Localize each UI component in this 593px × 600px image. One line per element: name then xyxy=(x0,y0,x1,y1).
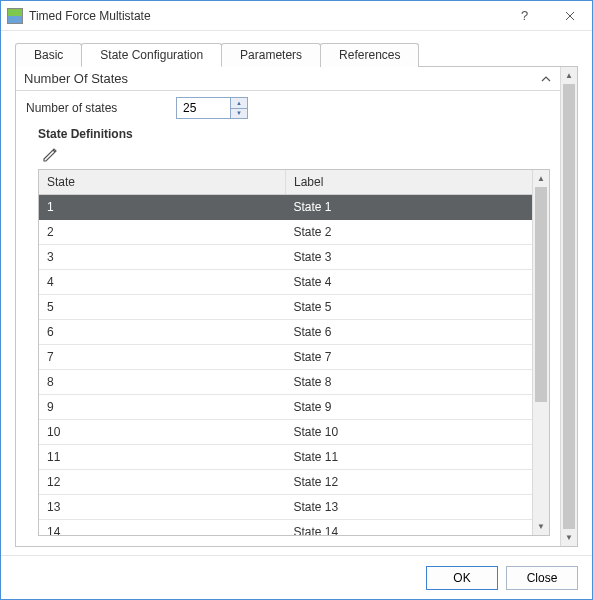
cell-label: State 3 xyxy=(286,245,533,270)
table-body: 1State 12State 23State 34State 45State 5… xyxy=(39,195,532,536)
cell-state: 7 xyxy=(39,345,286,370)
cell-label: State 6 xyxy=(286,320,533,345)
table-row[interactable]: 1State 1 xyxy=(39,195,532,220)
section-title: Number Of States xyxy=(24,71,128,86)
spinner-up[interactable]: ▲ xyxy=(231,98,247,109)
cell-state: 6 xyxy=(39,320,286,345)
table-row[interactable]: 13State 13 xyxy=(39,495,532,520)
scroll-down-button[interactable]: ▼ xyxy=(533,518,549,535)
ok-button[interactable]: OK xyxy=(426,566,498,590)
table-row[interactable]: 10State 10 xyxy=(39,420,532,445)
cell-label: State 8 xyxy=(286,370,533,395)
table-row[interactable]: 8State 8 xyxy=(39,370,532,395)
table-row[interactable]: 2State 2 xyxy=(39,220,532,245)
table-row[interactable]: 14State 14 xyxy=(39,520,532,536)
close-icon xyxy=(565,11,575,21)
panel-scroll-down[interactable]: ▼ xyxy=(561,529,577,546)
cell-state: 3 xyxy=(39,245,286,270)
cell-label: State 10 xyxy=(286,420,533,445)
table-row[interactable]: 6State 6 xyxy=(39,320,532,345)
cell-state: 1 xyxy=(39,195,286,220)
cell-state: 12 xyxy=(39,470,286,495)
table-row[interactable]: 5State 5 xyxy=(39,295,532,320)
col-state[interactable]: State xyxy=(39,170,286,195)
table-scrollbar[interactable]: ▲ ▼ xyxy=(532,170,549,535)
scroll-up-button[interactable]: ▲ xyxy=(533,170,549,187)
cell-label: State 12 xyxy=(286,470,533,495)
spinner-buttons: ▲ ▼ xyxy=(230,97,248,119)
tab-state-configuration[interactable]: State Configuration xyxy=(81,43,222,67)
table-row[interactable]: 4State 4 xyxy=(39,270,532,295)
panel-scroll-track[interactable] xyxy=(561,84,577,529)
cell-state: 14 xyxy=(39,520,286,536)
tabstrip: Basic State Configuration Parameters Ref… xyxy=(15,43,578,67)
state-table-container: State Label 1State 12State 23State 34Sta… xyxy=(38,169,550,536)
state-definitions-label: State Definitions xyxy=(38,127,550,141)
pencil-icon xyxy=(42,145,60,163)
dialog-window: Timed Force Multistate ? Basic State Con… xyxy=(0,0,593,600)
cell-state: 13 xyxy=(39,495,286,520)
table-row[interactable]: 7State 7 xyxy=(39,345,532,370)
cell-state: 10 xyxy=(39,420,286,445)
app-icon xyxy=(7,8,23,24)
tab-references[interactable]: References xyxy=(320,43,419,67)
table-row[interactable]: 12State 12 xyxy=(39,470,532,495)
table-row[interactable]: 11State 11 xyxy=(39,445,532,470)
section-header[interactable]: Number Of States xyxy=(16,67,560,91)
cell-state: 9 xyxy=(39,395,286,420)
help-button[interactable]: ? xyxy=(502,1,547,31)
scroll-thumb[interactable] xyxy=(535,187,547,402)
cell-label: State 5 xyxy=(286,295,533,320)
cell-state: 8 xyxy=(39,370,286,395)
chevron-up-icon xyxy=(540,73,552,85)
section-body: Number of states ▲ ▼ State Definitions xyxy=(16,91,560,546)
num-states-row: Number of states ▲ ▼ xyxy=(26,97,550,119)
scroll-track[interactable] xyxy=(533,187,549,518)
cell-state: 2 xyxy=(39,220,286,245)
cell-label: State 11 xyxy=(286,445,533,470)
num-states-input[interactable] xyxy=(176,97,230,119)
col-label[interactable]: Label xyxy=(286,170,533,195)
close-window-button[interactable] xyxy=(547,1,592,31)
spinner-down[interactable]: ▼ xyxy=(231,109,247,119)
tab-panel: Number Of States Number of states ▲ ▼ xyxy=(15,66,578,547)
num-states-label: Number of states xyxy=(26,101,166,115)
tab-basic[interactable]: Basic xyxy=(15,43,82,67)
cell-label: State 13 xyxy=(286,495,533,520)
table-header-row: State Label xyxy=(39,170,532,195)
edit-button[interactable] xyxy=(40,145,62,163)
cell-label: State 7 xyxy=(286,345,533,370)
cell-label: State 9 xyxy=(286,395,533,420)
table-row[interactable]: 9State 9 xyxy=(39,395,532,420)
cell-label: State 2 xyxy=(286,220,533,245)
cell-label: State 4 xyxy=(286,270,533,295)
num-states-spinner[interactable]: ▲ ▼ xyxy=(176,97,248,119)
titlebar: Timed Force Multistate ? xyxy=(1,1,592,31)
close-button[interactable]: Close xyxy=(506,566,578,590)
cell-label: State 1 xyxy=(286,195,533,220)
panel-scrollbar[interactable]: ▲ ▼ xyxy=(560,67,577,546)
cell-label: State 14 xyxy=(286,520,533,536)
cell-state: 11 xyxy=(39,445,286,470)
state-table: State Label 1State 12State 23State 34Sta… xyxy=(39,170,532,535)
dialog-footer: OK Close xyxy=(1,555,592,599)
tab-parameters[interactable]: Parameters xyxy=(221,43,321,67)
panel-scroll-up[interactable]: ▲ xyxy=(561,67,577,84)
cell-state: 5 xyxy=(39,295,286,320)
table-row[interactable]: 3State 3 xyxy=(39,245,532,270)
window-title: Timed Force Multistate xyxy=(29,9,502,23)
panel-scroll-thumb[interactable] xyxy=(563,84,575,529)
content-area: Basic State Configuration Parameters Ref… xyxy=(1,31,592,555)
cell-state: 4 xyxy=(39,270,286,295)
